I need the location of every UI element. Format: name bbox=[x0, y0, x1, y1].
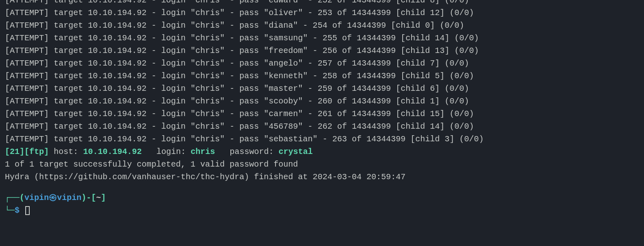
attempt-line: [ATTEMPT] target 10.10.194.92 - login "c… bbox=[5, 82, 639, 95]
result-line: [21][ftp] host: 10.10.194.92 login: chri… bbox=[5, 145, 639, 158]
login-label: login: bbox=[156, 147, 186, 156]
result-login: chris bbox=[191, 147, 215, 156]
attempt-line: [ATTEMPT] target 10.10.194.92 - login "c… bbox=[5, 57, 639, 70]
result-password: crystal bbox=[278, 147, 313, 156]
prompt-line-2[interactable]: └─$ bbox=[5, 204, 639, 217]
result-port: 21 bbox=[10, 147, 20, 156]
attempt-line: [ATTEMPT] target 10.10.194.92 - login "c… bbox=[5, 44, 639, 57]
attempt-line: [ATTEMPT] target 10.10.194.92 - login "c… bbox=[5, 108, 639, 120]
prompt-path: ~ bbox=[96, 193, 101, 202]
attempt-lines: [ATTEMPT] target 10.10.194.92 - login "c… bbox=[5, 0, 639, 145]
finished-line: Hydra (https://github.com/vanhauser-thc/… bbox=[5, 171, 639, 183]
skull-icon: ㉿ bbox=[49, 193, 57, 202]
prompt-symbol: $ bbox=[15, 206, 20, 215]
terminal-output[interactable]: [ATTEMPT] target 10.10.194.92 - login "c… bbox=[0, 0, 644, 217]
attempt-line: [ATTEMPT] target 10.10.194.92 - login "c… bbox=[5, 0, 639, 7]
attempt-line: [ATTEMPT] target 10.10.194.92 - login "c… bbox=[5, 32, 639, 44]
prompt-host: vipin bbox=[57, 193, 81, 202]
host-label: host: bbox=[54, 147, 78, 156]
attempt-line: [ATTEMPT] target 10.10.194.92 - login "c… bbox=[5, 95, 639, 108]
summary-line: 1 of 1 target successfully completed, 1 … bbox=[5, 158, 639, 171]
prompt-line-1: ┌──(vipin㉿vipin)-[~] bbox=[5, 191, 639, 204]
password-label: password: bbox=[230, 147, 274, 156]
attempt-line: [ATTEMPT] target 10.10.194.92 - login "c… bbox=[5, 70, 639, 82]
cursor[interactable] bbox=[25, 206, 30, 215]
attempt-line: [ATTEMPT] target 10.10.194.92 - login "c… bbox=[5, 120, 639, 133]
attempt-line: [ATTEMPT] target 10.10.194.92 - login "c… bbox=[5, 7, 639, 19]
result-service: ftp bbox=[29, 147, 44, 156]
attempt-line: [ATTEMPT] target 10.10.194.92 - login "c… bbox=[5, 19, 639, 32]
prompt-user: vipin bbox=[24, 193, 49, 202]
attempt-line: [ATTEMPT] target 10.10.194.92 - login "c… bbox=[5, 133, 639, 145]
result-host: 10.10.194.92 bbox=[83, 147, 142, 156]
